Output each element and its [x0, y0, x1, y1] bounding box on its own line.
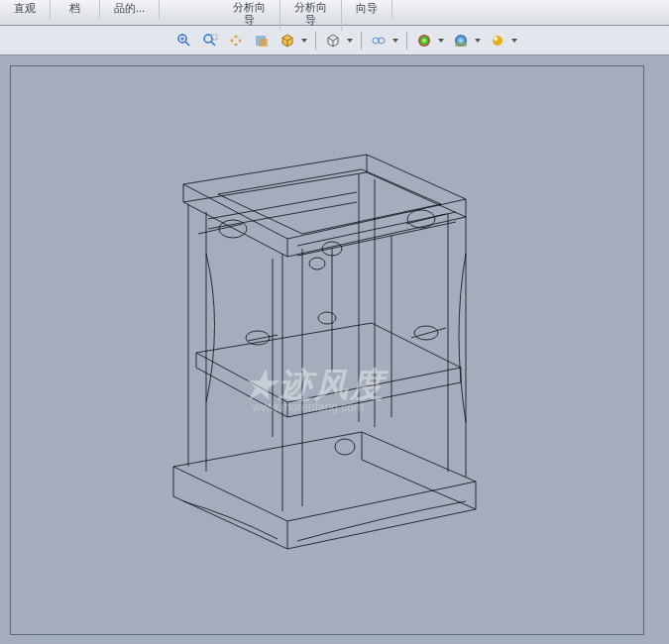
zoom-window-icon[interactable]	[199, 30, 221, 52]
svg-point-31	[335, 439, 355, 455]
svg-point-27	[309, 258, 325, 269]
menu-bar: 直观 档 品的... 分析向 导 分析向 导 向导	[0, 0, 669, 26]
dropdown-caret-icon[interactable]	[347, 39, 353, 43]
menu-label: 分析向	[294, 1, 327, 14]
appearance-icon[interactable]	[413, 30, 435, 52]
toolbar	[0, 26, 669, 55]
svg-point-16	[494, 37, 498, 41]
toolbar-separator	[315, 32, 316, 50]
dropdown-caret-icon[interactable]	[511, 39, 517, 43]
svg-point-12	[418, 35, 430, 47]
svg-point-25	[407, 210, 435, 228]
svg-line-1	[185, 42, 189, 46]
view-orientation-icon[interactable]	[277, 30, 298, 52]
svg-point-29	[414, 326, 438, 340]
dropdown-caret-icon[interactable]	[475, 39, 481, 43]
svg-line-17	[208, 192, 357, 219]
menu-label: 导	[233, 14, 266, 27]
menu-pinde[interactable]: 品的...	[100, 0, 160, 19]
dropdown-caret-icon[interactable]	[438, 39, 444, 43]
toolbar-separator	[361, 32, 362, 50]
scene-icon[interactable]	[450, 30, 472, 52]
watermark-url: www.morenfang.com	[253, 400, 364, 414]
menu-analysis-wizard-2[interactable]: 分析向 导	[280, 0, 342, 31]
wireframe-model	[129, 125, 525, 551]
svg-rect-8	[259, 39, 268, 47]
menu-dang[interactable]: 档	[51, 0, 100, 19]
dropdown-caret-icon[interactable]	[392, 39, 398, 43]
render-icon[interactable]	[487, 30, 508, 52]
svg-line-35	[411, 328, 446, 338]
menu-wizard[interactable]: 向导	[342, 0, 392, 19]
section-icon[interactable]	[251, 30, 273, 52]
menu-label: 导	[294, 14, 327, 27]
hide-show-icon[interactable]	[368, 30, 390, 52]
svg-line-5	[211, 42, 215, 46]
svg-point-24	[219, 220, 247, 238]
display-style-icon[interactable]	[322, 30, 344, 52]
svg-rect-14	[455, 43, 467, 47]
pan-icon[interactable]	[225, 30, 247, 52]
menu-analysis-wizard-1[interactable]: 分析向 导	[219, 0, 280, 31]
svg-point-15	[493, 36, 502, 46]
viewport[interactable]: ★迹风度 www.morenfang.com	[0, 55, 669, 644]
dropdown-caret-icon[interactable]	[301, 39, 307, 43]
menu-label: 分析向	[233, 1, 266, 14]
svg-line-20	[297, 222, 456, 256]
zoom-fit-icon[interactable]	[173, 30, 195, 52]
svg-point-28	[246, 331, 270, 345]
menu-view[interactable]: 直观	[0, 0, 51, 19]
svg-point-30	[318, 312, 336, 324]
toolbar-separator	[406, 32, 407, 50]
